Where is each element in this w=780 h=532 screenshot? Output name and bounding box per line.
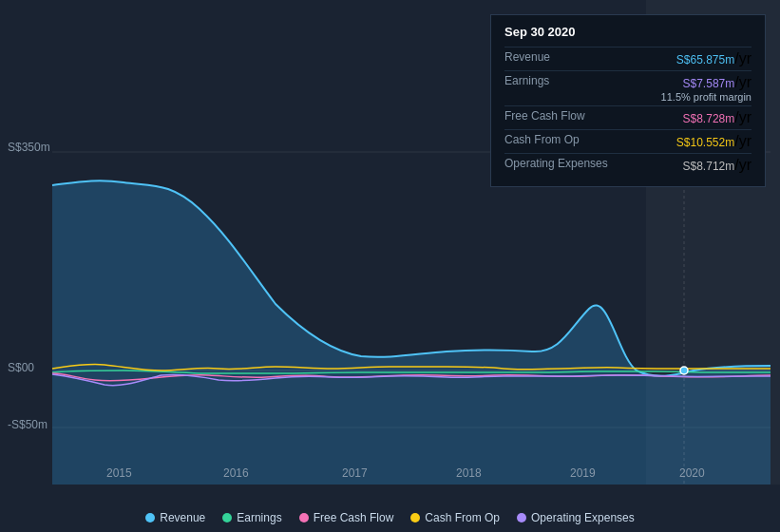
tooltip-unit-earnings: /yr [734,74,751,90]
tooltip-unit-cashop: /yr [734,133,751,149]
legend-label-opex: Operating Expenses [531,511,635,524]
y-label-350: S$350m [8,141,50,154]
tooltip-row-earnings: Earnings S$7.587m/yr 11.5% profit margin [504,70,751,105]
legend: Revenue Earnings Free Cash Flow Cash Fro… [0,511,780,524]
tooltip-row-opex: Operating Expenses S$8.712m/yr [504,153,751,177]
legend-dot-fcf [299,513,309,522]
legend-item-earnings[interactable]: Earnings [222,511,281,524]
tooltip-sub-earnings: 11.5% profit margin [661,91,751,103]
legend-label-fcf: Free Cash Flow [314,511,394,524]
tooltip-row-cashop: Cash From Op S$10.552m/yr [504,129,751,153]
legend-dot-revenue [145,513,155,522]
x-label-2015: 2015 [106,466,132,480]
legend-item-cashop[interactable]: Cash From Op [410,511,500,524]
tooltip-label-fcf: Free Cash Flow [504,109,609,123]
x-label-2016: 2016 [223,466,249,480]
svg-point-6 [680,367,688,374]
legend-item-fcf[interactable]: Free Cash Flow [299,511,394,524]
tooltip-label-opex: Operating Expenses [504,157,609,170]
legend-label-cashop: Cash From Op [425,511,500,524]
tooltip-unit-revenue: /yr [734,50,751,66]
tooltip-label-earnings: Earnings [504,74,609,87]
x-label-2018: 2018 [456,466,482,480]
tooltip-unit-opex: /yr [734,157,751,173]
tooltip-card: Sep 30 2020 Revenue S$65.875m/yr Earning… [490,14,766,187]
legend-item-opex[interactable]: Operating Expenses [517,511,635,524]
tooltip-value-revenue: S$65.875m [676,53,734,66]
tooltip-value-opex: S$8.712m [683,160,735,173]
legend-label-earnings: Earnings [237,511,281,524]
x-label-2020: 2020 [679,466,705,480]
chart-container: S$350m S$00 -S$50m 2015 2016 2017 2018 2… [0,0,780,532]
legend-label-revenue: Revenue [160,511,205,524]
tooltip-label-cashop: Cash From Op [504,133,609,146]
y-label-0: S$00 [8,361,34,374]
tooltip-row-fcf: Free Cash Flow S$8.728m/yr [504,105,751,129]
tooltip-unit-fcf: /yr [734,109,751,125]
legend-dot-cashop [410,513,420,522]
y-label-neg50: -S$50m [8,418,48,431]
tooltip-row-revenue: Revenue S$65.875m/yr [504,47,751,70]
legend-item-revenue[interactable]: Revenue [145,511,205,524]
x-label-2017: 2017 [342,466,368,480]
tooltip-value-fcf: S$8.728m [683,112,735,125]
tooltip-value-cashop: S$10.552m [676,136,734,149]
legend-dot-opex [517,513,526,522]
tooltip-date: Sep 30 2020 [504,25,751,39]
tooltip-label-revenue: Revenue [504,50,609,64]
tooltip-value-earnings: S$7.587m [683,77,735,90]
legend-dot-earnings [222,513,232,522]
x-label-2019: 2019 [570,466,596,480]
